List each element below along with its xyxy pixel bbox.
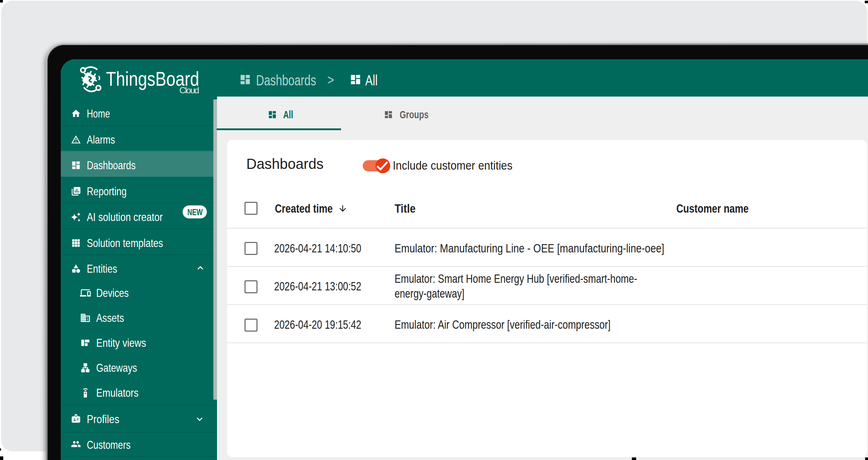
svg-text:Cloud: Cloud	[179, 85, 199, 95]
